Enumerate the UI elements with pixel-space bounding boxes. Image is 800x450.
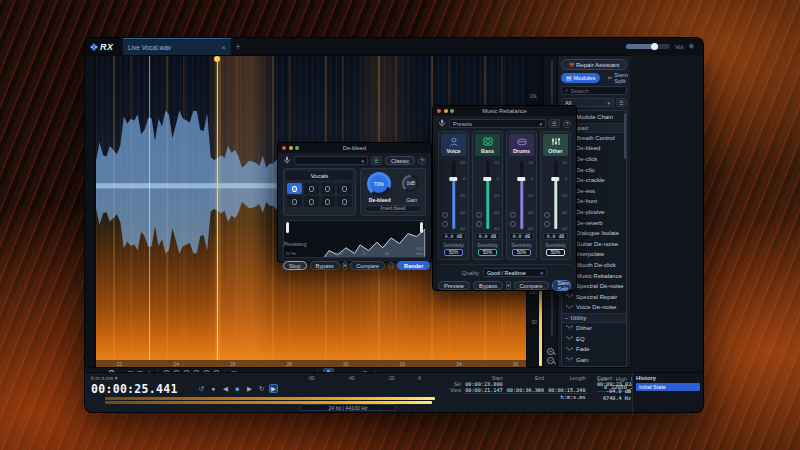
graph-tick-label: 1k <box>362 251 366 256</box>
stem-header-other[interactable]: Other <box>543 134 568 156</box>
sidebar-item-eq[interactable]: EQ <box>562 333 626 344</box>
module-list-scrollbar[interactable] <box>624 113 626 159</box>
preset-manager-button[interactable]: ☰ <box>549 119 560 128</box>
help-button[interactable]: ? <box>563 120 571 128</box>
rebalance-preset-dropdown[interactable]: Presets ▾ <box>449 119 546 128</box>
render-button[interactable]: Render <box>397 261 430 270</box>
mute-button[interactable] <box>544 221 550 227</box>
mute-button[interactable] <box>476 221 482 227</box>
solo-button[interactable] <box>544 212 550 218</box>
compare-button[interactable]: Compare <box>514 281 549 290</box>
tab-stem-split[interactable]: ✂ Stem Split <box>602 73 632 83</box>
time-tick-label: 30 <box>343 361 349 367</box>
sidebar-item-fade[interactable]: Fade <box>562 344 626 355</box>
preview-button[interactable]: Preview <box>438 281 470 290</box>
music-rebalance-titlebar[interactable]: Music Rebalance <box>433 106 576 116</box>
source-bass-button[interactable] <box>287 196 302 207</box>
learn-microphone-icon[interactable] <box>438 119 446 128</box>
settings-sparkle-icon[interactable]: ✳ <box>688 42 695 51</box>
stem-split-button[interactable]: Stem Split <box>553 281 571 290</box>
quality-dropdown[interactable]: Good / Realtime ▾ <box>483 268 547 277</box>
bypass-options-button[interactable]: ▾ <box>506 281 510 290</box>
list-view-button[interactable]: ☰ <box>616 98 627 107</box>
stem-header-drums[interactable]: Drums <box>509 134 534 156</box>
source-vocals-button[interactable] <box>287 183 302 194</box>
stem-header-bass[interactable]: Bass <box>475 134 500 156</box>
record-button[interactable]: ● <box>209 384 218 393</box>
section-header-utility[interactable]: −Utility <box>562 313 626 323</box>
tab-live-vocal[interactable]: Live Vocal.wav × <box>123 38 231 55</box>
play-selection-button[interactable]: ▶ <box>269 384 278 393</box>
scissors-icon: ✂ <box>607 75 612 81</box>
view-length-value: 00:00:15.240 <box>546 387 587 394</box>
tab-close-icon[interactable]: × <box>221 43 226 52</box>
solo-button[interactable] <box>442 212 448 218</box>
history-item[interactable]: Initial State <box>636 383 700 391</box>
rewind-button[interactable]: ◀ <box>221 384 230 393</box>
repair-assistant-button[interactable]: ⚒ Repair Assistant <box>561 59 627 70</box>
sidebar-item-dither[interactable]: Dither <box>562 323 626 334</box>
source-strings-button[interactable] <box>304 196 319 207</box>
de-bleed-window-title: De-bleed <box>278 145 431 151</box>
sidebar-item-gain[interactable]: Gain <box>562 354 626 365</box>
bleed-frequency-graph[interactable]: 20 Hz3001k3k19.2 kHz <box>283 220 426 258</box>
source-keys-button[interactable] <box>337 196 352 207</box>
de-bleed-titlebar[interactable]: De-bleed <box>278 143 431 153</box>
sensitivity-value[interactable]: 50% <box>512 249 531 256</box>
time-tick-label: 22 <box>117 361 123 367</box>
source-piano-button[interactable] <box>321 183 336 194</box>
gain-knob[interactable]: 0dB <box>402 175 419 192</box>
vol-label: Vol <box>675 44 683 50</box>
stop-button[interactable]: ■ <box>233 384 242 393</box>
fader-scale-label: 20 <box>528 159 533 164</box>
sensitivity-label: Sensitivity <box>441 243 466 248</box>
bypass-options-button[interactable]: ▾ <box>343 261 347 270</box>
low-frequency-handle[interactable] <box>286 222 289 233</box>
gain-readout[interactable]: 0.0 dB <box>509 233 534 240</box>
chevron-down-icon: ▾ <box>540 270 543 276</box>
sidebar-item-voice-de-noise[interactable]: Voice De-noise <box>562 302 626 313</box>
mute-button[interactable] <box>510 221 516 227</box>
volume-slider[interactable] <box>626 44 670 49</box>
high-frequency-handle[interactable] <box>420 222 423 233</box>
stem-card-drums: Drums200-20-40-600.0 dBSensitivity50% <box>506 131 537 260</box>
module-search[interactable]: ⌕ <box>561 86 627 95</box>
repeat-button[interactable]: ↻ <box>257 384 266 393</box>
search-input[interactable] <box>570 88 623 94</box>
loop-button[interactable]: ↺ <box>197 384 206 393</box>
time-format-selector[interactable]: h:m:s.ms ▾ <box>91 375 118 381</box>
bypass-button[interactable]: Bypass <box>473 281 503 290</box>
de-bleed-amount-knob[interactable]: 70% <box>367 172 391 196</box>
vertical-zoom-out-icon[interactable]: − <box>547 357 554 364</box>
sensitivity-value[interactable]: 50% <box>478 249 497 256</box>
help-button[interactable]: ? <box>418 157 426 165</box>
selection-cursor-line[interactable] <box>149 56 150 360</box>
preset-manager-button[interactable]: ☰ <box>371 156 382 165</box>
invert-bleed-button[interactable]: Invert bleed <box>364 205 422 212</box>
vertical-zoom-in-icon[interactable]: + <box>547 348 554 355</box>
source-percussion-button[interactable] <box>337 183 352 194</box>
solo-button[interactable] <box>476 212 482 218</box>
gain-readout[interactable]: 0.0 dB <box>543 233 568 240</box>
bypass-button[interactable]: Bypass <box>310 261 340 270</box>
source-guitar-button[interactable] <box>321 196 336 207</box>
compare-button[interactable]: Compare <box>350 261 385 270</box>
sensitivity-value[interactable]: 50% <box>546 249 565 256</box>
output-monitor-icon[interactable]: ∩ <box>388 262 394 270</box>
new-tab-button[interactable]: + <box>231 38 245 55</box>
volume-knob[interactable] <box>651 43 658 50</box>
de-bleed-preset-dropdown[interactable]: ▾ <box>294 156 368 165</box>
classic-mode-button[interactable]: Classic <box>385 156 415 165</box>
source-drums-button[interactable] <box>304 183 319 194</box>
play-button[interactable]: ▶ <box>245 384 254 393</box>
stem-header-voice[interactable]: Voice <box>441 134 466 156</box>
sensitivity-value[interactable]: 50% <box>444 249 463 256</box>
solo-button[interactable] <box>510 212 516 218</box>
gain-readout[interactable]: 0.0 dB <box>441 233 466 240</box>
learn-microphone-icon[interactable] <box>283 156 291 165</box>
mute-button[interactable] <box>442 221 448 227</box>
gain-readout[interactable]: 0.0 dB <box>475 233 500 240</box>
stop-preview-button[interactable]: Stop <box>283 261 307 270</box>
playhead-line[interactable] <box>217 56 218 360</box>
tab-modules[interactable]: ▤ Modules <box>561 73 600 83</box>
